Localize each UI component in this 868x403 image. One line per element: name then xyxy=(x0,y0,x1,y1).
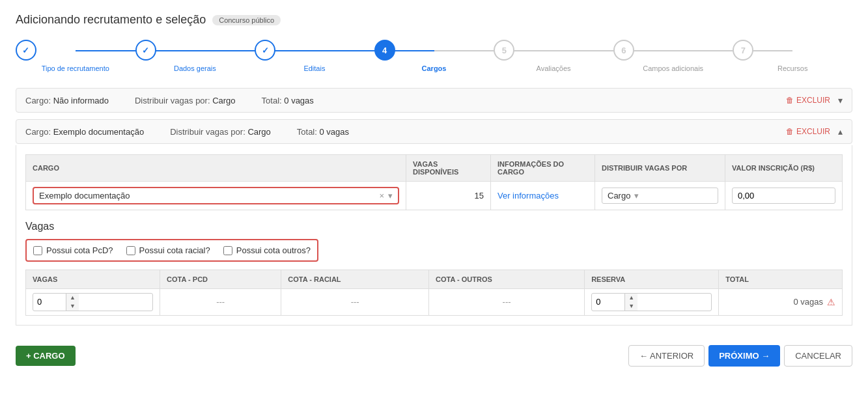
add-cargo-button[interactable]: + CARGO xyxy=(16,346,76,366)
checkbox-racial[interactable] xyxy=(126,246,135,255)
step-6: 6 Campos adicionais xyxy=(613,40,733,72)
step-2: ✓ Dados gerais xyxy=(135,40,255,72)
reserva-arrows: ▲ ▼ xyxy=(624,294,637,311)
valor-cell xyxy=(725,182,843,210)
cargo-cell: Exemplo documentação × ▾ xyxy=(26,182,406,210)
step-4: 4 Cargos xyxy=(374,40,494,72)
checkbox-pcd[interactable] xyxy=(33,246,42,255)
step-1-circle: ✓ xyxy=(16,40,36,61)
cargo-select-text: Exemplo documentação xyxy=(39,191,379,201)
section1-excluir-button[interactable]: 🗑 EXCLUIR xyxy=(786,96,830,105)
ver-informacoes-link[interactable]: Ver informações xyxy=(497,191,559,201)
col-valor: VALOR INSCRIÇÃO (R$) xyxy=(725,155,843,182)
vagas-title: Vagas xyxy=(25,221,843,232)
section1-info: Cargo: Não informado Distribuir vagas po… xyxy=(25,96,314,105)
section1-expand-icon[interactable]: ▾ xyxy=(838,95,843,105)
section2-total-label: Total: 0 vagas xyxy=(297,127,349,137)
step-4-label: Cargos xyxy=(422,64,447,72)
checkbox-racial-item[interactable]: Possui cota racial? xyxy=(126,245,210,255)
section2-expanded: CARGO VAGAS DISPONÍVEIS INFORMAÇÕES DO C… xyxy=(16,145,852,326)
checkbox-outros-item[interactable]: Possui cota outros? xyxy=(223,245,311,255)
checkbox-outros[interactable] xyxy=(223,246,232,255)
checkboxes-row: Possui cota PcD? Possui cota racial? Pos… xyxy=(25,239,318,262)
vagas-input-cell: ▲ ▼ xyxy=(26,289,160,316)
step-2-label: Dados gerais xyxy=(174,64,216,72)
step-7-circle: 7 xyxy=(733,40,753,61)
step-5-label: Avaliações xyxy=(537,64,571,72)
section2-cargo-label: Cargo: Exemplo documentação xyxy=(25,127,144,137)
section1-total-label: Total: 0 vagas xyxy=(262,96,314,105)
reserva-cell: ▲ ▼ xyxy=(585,289,719,316)
section1-header: Cargo: Não informado Distribuir vagas po… xyxy=(16,88,852,113)
step-3: ✓ Editais xyxy=(255,40,374,72)
section1-dist-label: Distribuir vagas por: Cargo xyxy=(135,96,236,105)
trash-icon-2: 🗑 xyxy=(786,127,794,136)
checkbox-racial-label: Possui cota racial? xyxy=(139,245,210,255)
checkbox-pcd-item[interactable]: Possui cota PcD? xyxy=(33,245,113,255)
step-6-label: Campos adicionais xyxy=(643,64,703,72)
anterior-button[interactable]: ← ANTERIOR xyxy=(628,345,705,367)
step-1-label: Tipo de recrutamento xyxy=(42,64,109,72)
col-cota-pcd-h: COTA - PCD xyxy=(160,270,281,289)
page-badge: Concurso público xyxy=(212,15,281,25)
cota-outros-cell: --- xyxy=(429,289,585,316)
reserva-number-input[interactable]: ▲ ▼ xyxy=(591,293,712,311)
proximo-button[interactable]: PRÓXIMO → xyxy=(708,345,780,367)
left-actions: + CARGO xyxy=(16,346,76,366)
total-cell: 0 vagas ⚠ xyxy=(719,289,843,316)
nav-buttons: ← ANTERIOR PRÓXIMO → CANCELAR xyxy=(628,345,852,367)
section1-actions: 🗑 EXCLUIR ▾ xyxy=(786,95,843,105)
vagas-arrows: ▲ ▼ xyxy=(66,294,79,311)
vagas-table: VAGAS COTA - PCD COTA - RACIAL COTA - OU… xyxy=(25,270,843,316)
distribuir-select[interactable]: Cargo ▾ xyxy=(602,188,718,204)
section2-excluir-button[interactable]: 🗑 EXCLUIR xyxy=(786,127,830,136)
checkbox-outros-label: Possui cota outros? xyxy=(236,245,311,255)
vagas-section: Vagas Possui cota PcD? Possui cota racia… xyxy=(25,221,843,316)
section2-actions: 🗑 EXCLUIR ▴ xyxy=(786,126,843,137)
cota-pcd-cell: --- xyxy=(160,289,281,316)
cargo-select-actions: × ▾ xyxy=(379,191,393,201)
vagas-input[interactable] xyxy=(33,294,66,309)
trash-icon: 🗑 xyxy=(786,96,794,105)
valor-inscricao-input[interactable] xyxy=(732,188,835,204)
cargo-table: CARGO VAGAS DISPONÍVEIS INFORMAÇÕES DO C… xyxy=(25,154,843,210)
cargo-select[interactable]: Exemplo documentação × ▾ xyxy=(33,187,399,204)
step-4-circle: 4 xyxy=(374,40,395,61)
reserva-up-arrow[interactable]: ▲ xyxy=(625,294,637,302)
section1-cargo-label: Cargo: Não informado xyxy=(25,96,109,105)
section2-header: Cargo: Exemplo documentação Distribuir v… xyxy=(16,119,852,144)
vagas-row: ▲ ▼ --- --- --- xyxy=(26,289,843,316)
dropdown-icon[interactable]: ▾ xyxy=(388,191,393,201)
step-5-circle: 5 xyxy=(494,40,514,61)
section2-container: Cargo: Exemplo documentação Distribuir v… xyxy=(16,119,852,326)
dist-select-value: Cargo xyxy=(608,191,630,201)
info-cell: Ver informações xyxy=(491,182,595,210)
table-row: Exemplo documentação × ▾ 15 Ver inf xyxy=(26,182,843,210)
step-7: 7 Recursos xyxy=(733,40,852,72)
col-info: INFORMAÇÕES DO CARGO xyxy=(491,155,595,182)
step-2-circle: ✓ xyxy=(135,40,156,61)
vagas-up-arrow[interactable]: ▲ xyxy=(66,294,79,302)
reserva-input[interactable] xyxy=(592,294,624,309)
section2-dist-label: Distribuir vagas por: Cargo xyxy=(170,127,271,137)
col-total-h: TOTAL xyxy=(719,270,843,289)
title-text: Adicionando recrutamento e seleção xyxy=(16,13,206,27)
clear-icon[interactable]: × xyxy=(379,191,384,201)
total-text: 0 vagas xyxy=(793,297,823,307)
step-7-label: Recursos xyxy=(777,64,807,72)
page-title: Adicionando recrutamento e seleção Concu… xyxy=(16,13,852,27)
col-cota-outros-h: COTA - OUTROS xyxy=(429,270,585,289)
cota-racial-cell: --- xyxy=(281,289,429,316)
step-3-circle: ✓ xyxy=(255,40,275,61)
col-cota-racial-h: COTA - RACIAL xyxy=(281,270,429,289)
steps-container: ✓ Tipo de recrutamento ✓ Dados gerais ✓ … xyxy=(16,40,852,72)
warning-icon: ⚠ xyxy=(827,297,835,307)
vagas-number-input[interactable]: ▲ ▼ xyxy=(33,293,153,311)
cancelar-button[interactable]: CANCELAR xyxy=(784,345,852,367)
col-dist: DISTRIBUIR VAGAS POR xyxy=(595,155,725,182)
dist-cell: Cargo ▾ xyxy=(595,182,725,210)
reserva-down-arrow[interactable]: ▼ xyxy=(625,302,637,311)
section2-collapse-icon[interactable]: ▴ xyxy=(838,126,843,137)
vagas-down-arrow[interactable]: ▼ xyxy=(66,302,79,311)
checkbox-pcd-label: Possui cota PcD? xyxy=(46,245,113,255)
